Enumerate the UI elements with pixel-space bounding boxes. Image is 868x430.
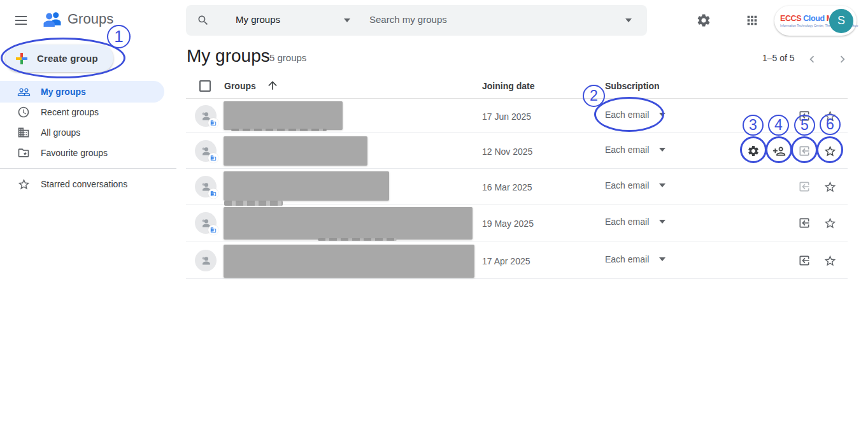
google-apps-button[interactable]: [739, 8, 765, 33]
star-group-button[interactable]: [817, 103, 843, 129]
group-avatar: [195, 140, 217, 162]
person-add-icon: [772, 145, 786, 158]
table-row: 12 Nov 2025 Each email: [186, 133, 848, 169]
sidebar-item-my-groups[interactable]: My groups: [0, 81, 164, 103]
joining-date: 19 May 2025: [482, 219, 534, 229]
previous-page-button[interactable]: [803, 50, 821, 68]
leave-group-icon: [798, 110, 811, 122]
leave-group-button[interactable]: [792, 210, 817, 236]
redacted-text-remnant: [318, 238, 397, 241]
sort-ascending-icon[interactable]: [266, 79, 279, 92]
groups-people-icon: [41, 8, 64, 31]
leave-group-button[interactable]: [792, 174, 817, 199]
subscription-value: Each email: [605, 217, 649, 227]
table-row: 17 Apr 2025 Each email: [186, 241, 848, 279]
group-name-redacted[interactable]: [224, 207, 473, 240]
star-group-button[interactable]: [817, 210, 843, 236]
star-group-button[interactable]: [817, 174, 843, 199]
joining-date: 12 Nov 2025: [482, 147, 532, 157]
app-title: Groups: [68, 11, 113, 27]
create-group-label: Create group: [37, 53, 98, 64]
sidebar-item-all-groups[interactable]: All groups: [0, 122, 164, 143]
subscription-caret-icon: [659, 183, 665, 187]
leave-group-button[interactable]: [792, 138, 817, 164]
group-avatar: [195, 212, 217, 234]
star-outline-icon: [823, 180, 837, 194]
next-page-button[interactable]: [834, 50, 851, 68]
search-input[interactable]: Search my groups: [369, 14, 447, 25]
subscription-value: Each email: [605, 110, 649, 120]
subscription-dropdown[interactable]: Each email: [605, 110, 665, 120]
subscription-caret-icon: [659, 113, 665, 117]
subscription-caret-icon: [659, 220, 665, 224]
brand-subtitle: Information Technology Center, The Unive…: [780, 24, 830, 27]
group-name-redacted[interactable]: [224, 136, 367, 166]
group-count: 5 groups: [269, 52, 306, 63]
pagination-label: 1–5 of 5: [762, 53, 795, 63]
subscription-caret-icon: [659, 148, 665, 152]
groups-logo: Groups: [41, 8, 113, 31]
column-joining-date: Joining date: [482, 81, 534, 91]
settings-button[interactable]: [691, 8, 716, 33]
select-all-checkbox[interactable]: [199, 80, 211, 92]
folder-star-icon: [17, 147, 31, 159]
organization-badge-icon: [208, 225, 218, 235]
clock-icon: [17, 106, 31, 118]
column-subscription: Subscription: [605, 81, 660, 91]
joining-date: 17 Apr 2025: [482, 256, 530, 266]
leave-group-icon: [798, 180, 811, 193]
table-row: 19 May 2025 Each email: [186, 204, 848, 241]
joining-date: 16 Mar 2025: [482, 182, 532, 192]
star-outline-icon: [823, 110, 837, 123]
subscription-value: Each email: [605, 254, 649, 264]
search-options-caret-icon[interactable]: [625, 18, 632, 22]
leave-group-icon: [798, 217, 811, 229]
leave-group-icon: [798, 145, 811, 157]
group-name-redacted[interactable]: [224, 171, 389, 201]
group-name-redacted[interactable]: [224, 245, 474, 278]
star-outline-icon: [823, 217, 837, 230]
organization-badge-icon: [208, 153, 218, 163]
star-group-button[interactable]: [817, 138, 843, 164]
google-groups-app: Groups My groups Search my groups ECCS C…: [0, 0, 868, 430]
search-scope-caret-icon[interactable]: [344, 18, 350, 22]
group-settings-button[interactable]: [741, 138, 766, 164]
search-bar[interactable]: My groups Search my groups: [186, 5, 647, 36]
table-header: Groups Joining date Subscription: [186, 75, 848, 99]
table-row: 17 Jun 2025 Each email: [186, 99, 848, 133]
page-title: My groups: [187, 46, 270, 66]
leave-group-icon: [798, 254, 811, 267]
subscription-dropdown[interactable]: Each email: [605, 254, 665, 264]
google-plus-icon: [15, 52, 28, 65]
create-group-button[interactable]: Create group: [5, 45, 113, 72]
subscription-dropdown[interactable]: Each email: [605, 217, 665, 227]
main-menu-icon[interactable]: [13, 12, 29, 29]
add-members-button[interactable]: [766, 138, 792, 164]
gear-icon: [696, 13, 711, 28]
sidebar-item-label: Recent groups: [41, 107, 99, 117]
sidebar-item-recent-groups[interactable]: Recent groups: [0, 101, 164, 123]
star-outline-icon: [823, 254, 837, 268]
column-groups[interactable]: Groups: [224, 81, 256, 91]
subscription-dropdown[interactable]: Each email: [605, 145, 665, 155]
search-scope-select[interactable]: My groups: [236, 14, 280, 25]
account-avatar[interactable]: S: [829, 9, 853, 33]
sidebar-item-favourite-groups[interactable]: Favourite groups: [0, 142, 164, 164]
group-avatar: [195, 105, 217, 127]
gear-icon: [747, 145, 760, 157]
search-icon: [197, 14, 210, 27]
sidebar-item-label: My groups: [41, 87, 86, 97]
account-brand-card: ECCS Cloud Mail Information Technology C…: [774, 6, 857, 36]
leave-group-button[interactable]: [792, 103, 817, 129]
redacted-text-remnant: [231, 129, 327, 131]
chevron-left-icon: [805, 52, 819, 66]
subscription-dropdown[interactable]: Each email: [605, 180, 665, 190]
leave-group-button[interactable]: [792, 248, 817, 273]
sidebar-item-label: Starred conversations: [41, 179, 127, 189]
chevron-right-icon: [836, 52, 850, 66]
star-group-button[interactable]: [817, 248, 843, 273]
sidebar-item-starred-conversations[interactable]: Starred conversations: [0, 173, 164, 195]
group-name-redacted[interactable]: [224, 101, 343, 130]
brand-word-cloud: Cloud: [803, 14, 824, 23]
subscription-value: Each email: [605, 180, 649, 190]
